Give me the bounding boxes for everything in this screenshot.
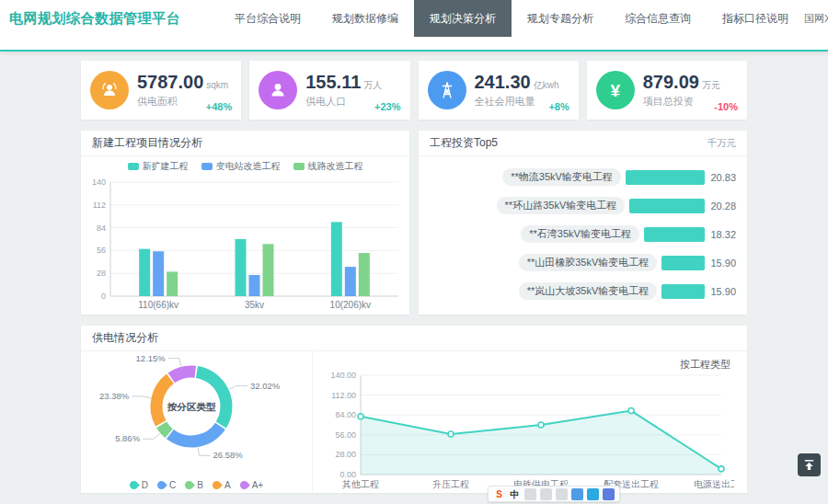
nav-indicator-caliber[interactable]: 指标口径说明: [707, 0, 804, 37]
nav-decision-analysis[interactable]: 规划决策分析: [414, 0, 512, 37]
top5-row[interactable]: **物流35kV输变电工程20.83: [419, 163, 747, 191]
svg-text:140: 140: [92, 178, 106, 187]
zone-donut-chart[interactable]: 12.15%32.02%26.58%5.86%23.38%按分区类型: [81, 351, 313, 467]
svg-text:56: 56: [97, 246, 106, 255]
top5-row[interactable]: **石湾35kV输变电工程18.32: [419, 220, 747, 248]
svg-text:140.00: 140.00: [330, 371, 356, 380]
tray-icon-3[interactable]: [556, 488, 568, 500]
chinese-mode-icon[interactable]: 中: [509, 488, 521, 500]
nav-info-query[interactable]: 综合信息查询: [609, 0, 707, 37]
donut-legend-item[interactable]: A: [213, 480, 231, 490]
donut-legend-label: A: [224, 480, 231, 490]
svg-text:其他工程: 其他工程: [342, 479, 379, 489]
legend-swatch: [201, 163, 213, 170]
arrow-up-icon: [803, 459, 815, 471]
nav-platform-overview[interactable]: 平台综合说明: [219, 0, 316, 37]
kpi-value: 5787.00: [137, 72, 203, 93]
kpi-unit: 万元: [702, 79, 720, 92]
tray-icon-blue-3[interactable]: [603, 488, 615, 500]
power-supply-panel: 供电情况分析 12.15%32.02%26.58%5.86%23.38%按分区类…: [81, 326, 747, 493]
svg-text:12.15%: 12.15%: [136, 353, 167, 363]
svg-text:84.00: 84.00: [335, 410, 356, 419]
kpi-label: 全社会用电量: [475, 95, 559, 109]
bar-chart-legend: 新扩建工程变电站改造工程线路改造工程: [81, 156, 409, 177]
kpi-delta: +23%: [374, 101, 400, 112]
top5-label: **物流35kV输变电工程: [502, 168, 621, 186]
kpi-unit: 亿kwh: [534, 79, 559, 92]
new-projects-panel: 新建工程项目情况分析 新扩建工程变电站改造工程线路改造工程 0285684112…: [81, 131, 409, 315]
donut-legend-item[interactable]: C: [157, 480, 176, 490]
donut-legend-label: B: [197, 480, 203, 490]
header-right: 国网XX市供电公司,您好！: [804, 0, 828, 37]
svg-text:112.00: 112.00: [331, 391, 356, 400]
zone-donut-section: 12.15%32.02%26.58%5.86%23.38%按分区类型 DCBAA…: [81, 351, 313, 493]
donut-legend-item[interactable]: B: [185, 480, 203, 490]
middle-row: 新建工程项目情况分析 新扩建工程变电站改造工程线路改造工程 0285684112…: [81, 131, 747, 315]
svg-text:28: 28: [97, 269, 106, 278]
svg-text:56.00: 56.00: [335, 430, 356, 440]
kpi-card-consumption[interactable]: 241.30亿kwh 全社会用电量 +8%: [419, 61, 579, 120]
kpi-card-population[interactable]: 155.11万人 供电人口 +23%: [249, 61, 409, 120]
donut-legend-item[interactable]: A+: [240, 480, 264, 490]
svg-text:110(66)kv: 110(66)kv: [138, 300, 178, 310]
svg-text:28.00: 28.00: [335, 450, 356, 459]
legend-item[interactable]: 线路改造工程: [293, 160, 363, 173]
donut-legend-swatch: [183, 479, 195, 491]
legend-item[interactable]: 变电站改造工程: [201, 160, 281, 173]
top5-label: **环山路35kV输变电工程: [497, 197, 626, 214]
kpi-delta: +48%: [206, 101, 232, 112]
sogou-logo-icon[interactable]: S: [493, 488, 505, 500]
kpi-value: 241.30: [475, 72, 531, 93]
legend-swatch: [293, 163, 305, 170]
project-type-area-chart[interactable]: 0.0028.0056.0084.00112.00140.00其他工程升压工程电…: [318, 370, 734, 491]
power-supply-body: 12.15%32.02%26.58%5.86%23.38%按分区类型 DCBAA…: [81, 351, 747, 493]
app-root: 电网规划综合数据管理平台 平台综合说明 规划数据修编 规划决策分析 规划专题分析…: [0, 0, 828, 504]
svg-text:26.58%: 26.58%: [213, 450, 244, 460]
svg-text:按分区类型: 按分区类型: [167, 401, 216, 412]
svg-text:0.00: 0.00: [339, 470, 356, 479]
panel-title: 供电情况分析: [92, 330, 158, 346]
kpi-card-investment[interactable]: ¥ 879.09万元 项目总投资 -10%: [587, 61, 747, 120]
top5-value: 18.32: [710, 229, 736, 240]
donut-legend-swatch: [155, 479, 167, 491]
kpi-card-supply-area[interactable]: 5787.00sqkm 供电面积 +48%: [81, 61, 241, 120]
nav-data-revision[interactable]: 规划数据修编: [316, 0, 414, 37]
panel-header: 新建工程项目情况分析: [81, 131, 409, 156]
donut-legend-label: D: [142, 480, 148, 490]
panel-title: 工程投资Top5: [430, 135, 498, 151]
tray-icon-blue-1[interactable]: [571, 488, 583, 500]
donut-legend-label: A+: [252, 480, 264, 490]
donut-legend-item[interactable]: D: [130, 480, 148, 490]
svg-text:35kv: 35kv: [245, 300, 264, 310]
top-navbar: 电网规划综合数据管理平台 平台综合说明 规划数据修编 规划决策分析 规划专题分析…: [0, 0, 828, 52]
user-greeting: 国网XX市供电公司,您好！: [804, 12, 828, 26]
nav-special-analysis[interactable]: 规划专题分析: [512, 0, 609, 37]
app-title: 电网规划综合数据管理平台: [0, 0, 180, 37]
kpi-text: 241.30亿kwh 全社会用电量: [475, 72, 559, 109]
top5-row[interactable]: **环山路35kV输变电工程20.28: [419, 191, 747, 220]
top5-value: 20.28: [710, 200, 736, 212]
svg-text:电源送出工程: 电源送出工程: [694, 479, 734, 489]
donut-legend-swatch: [238, 479, 250, 491]
kpi-unit: sqkm: [206, 80, 228, 90]
top5-value: 15.90: [710, 258, 736, 269]
tray-icon-2[interactable]: [540, 488, 552, 500]
investment-top5-panel: 工程投资Top5 千万元 **物流35kV输变电工程20.83**环山路35kV…: [419, 131, 747, 315]
back-to-top-button[interactable]: [798, 453, 821, 476]
yuan-icon: ¥: [596, 71, 635, 109]
kpi-value: 155.11: [305, 72, 361, 93]
population-icon: [259, 71, 297, 109]
grouped-bar-chart[interactable]: 0285684112140110(66)kv35kv10(206)kv: [81, 177, 409, 313]
donut-legend-label: C: [169, 480, 176, 490]
top5-row[interactable]: **岚山大坡35kV输变电工程15.90: [419, 277, 747, 305]
panel-header: 工程投资Top5 千万元: [419, 131, 747, 156]
top5-row[interactable]: **山田橡胶35kV输变电工程15.90: [419, 248, 747, 277]
tray-icon-blue-2[interactable]: [587, 488, 599, 500]
legend-item[interactable]: 新扩建工程: [128, 160, 189, 173]
electricity-tower-icon: [428, 71, 466, 109]
donut-legend-swatch: [128, 479, 140, 491]
panel-header: 供电情况分析: [81, 326, 747, 351]
tray-icon-1[interactable]: [524, 488, 536, 500]
svg-text:23.38%: 23.38%: [99, 391, 130, 401]
svg-text:5.86%: 5.86%: [115, 433, 140, 443]
